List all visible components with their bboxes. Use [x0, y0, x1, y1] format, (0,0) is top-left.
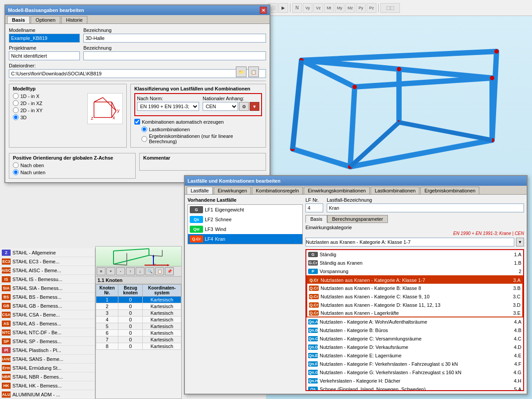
einwirk-list-row[interactable]: QsSchnee (Finnland, Island, Norwegen, Sc… — [306, 385, 523, 391]
lf-list-row[interactable]: QwLF3Wind — [188, 224, 302, 234]
nt-btn-8[interactable]: 📌 — [165, 267, 174, 275]
tab-lastkombinationen[interactable]: Lastkombinationen — [371, 187, 419, 194]
tab-einwirkungskombinationen[interactable]: Einwirkungskombinationen — [304, 187, 370, 194]
einwirk-list-row[interactable]: PVorspannung2 — [306, 267, 523, 275]
bezeichnung2-input[interactable] — [83, 51, 266, 60]
tab-optionen[interactable]: Optionen — [31, 16, 60, 23]
sidebar-list-item[interactable]: SANSSTAHL SANS - Beme... — [0, 355, 95, 364]
einwirk-list-row[interactable]: Qn.ENutzlasten - Kategorie E: Lagerräume… — [306, 351, 523, 360]
einwirk-list-row[interactable]: Q.CrNutzlasten aus Kranen - Lagerkräfte3… — [306, 309, 523, 317]
lf-nr-input[interactable] — [305, 203, 323, 212]
toolbar-icon-vz[interactable]: Vz — [313, 3, 323, 13]
lf-list-row[interactable]: GLF1Eigengewicht — [188, 205, 302, 215]
sidebar-list-item[interactable]: ALUALUMINIUM ADM - ... — [0, 390, 95, 399]
tab-kombinationsregeln[interactable]: Kombinationsregeln — [252, 187, 303, 194]
nt-btn-5[interactable]: ↓ — [136, 267, 145, 275]
norm-filter-btn[interactable]: ▼ — [250, 102, 259, 111]
einwirk-list-row[interactable]: Qn.BNutzlasten - Kategorie B: Büros4.B — [306, 326, 523, 334]
toolbar-icon-my[interactable]: My — [335, 3, 344, 13]
sidebar-list-item[interactable]: ISSTAHL IS - Bemessu... — [0, 275, 95, 284]
sidebar-list-item[interactable]: AISCSTAHL AISC - Beme... — [0, 266, 95, 275]
sidebar-list-item[interactable]: ErmSTAHL Ermüdung St... — [0, 364, 95, 372]
radio-nach-oben[interactable] — [13, 162, 19, 168]
sidebar-list-item[interactable]: HKSTAHL HK - Bemess... — [0, 381, 95, 390]
lf-bez-input[interactable] — [327, 203, 524, 212]
radio-1d-x[interactable] — [13, 93, 19, 99]
einwirk-list-row[interactable]: Qn.ANutzlasten - Kategorie A: Wohn/Aufen… — [306, 317, 523, 326]
table-row[interactable]: 60Kartesisch — [96, 330, 181, 336]
toolbar-icon-2[interactable]: ▶ — [278, 3, 288, 13]
main-dialog-close[interactable]: ✕ — [260, 7, 267, 14]
tab-lastfaelle[interactable]: Lastfälle — [187, 187, 213, 194]
sidebar-list-item[interactable]: SPSTAHL SP - Bemess... — [0, 337, 95, 346]
einwirk-list-row[interactable]: GStändig1.A — [306, 250, 523, 258]
einwirk-list-row[interactable]: Q.CrNutzlasten aus Kranen - Kategorie D:… — [306, 301, 523, 309]
tab-einwirkungen[interactable]: Einwirkungen — [214, 187, 251, 194]
nt-btn-2[interactable]: + — [106, 267, 115, 275]
einwirk-list-row[interactable]: Qn.GNutzlasten - Kategorie G: Verkehrsla… — [306, 368, 523, 376]
modellname-input[interactable] — [9, 34, 80, 43]
toolbar-icon-vy[interactable]: Vy — [303, 3, 313, 13]
nt-btn-7[interactable]: 📋 — [155, 267, 164, 275]
tab-ergebniskombinationen[interactable]: Ergebniskombinationen — [420, 187, 479, 194]
folder-btn-1[interactable]: 📁 — [236, 66, 246, 77]
tab-berechnungsparameter[interactable]: Berechnungsparameter — [327, 215, 388, 223]
projektname-input[interactable] — [9, 51, 80, 60]
table-row[interactable]: 50Kartesisch — [96, 323, 181, 330]
sidebar-list-item[interactable]: NTCSTAHL NTC-DF - Be... — [0, 328, 95, 337]
table-row[interactable]: 30Kartesisch — [96, 310, 181, 317]
lf-list-row[interactable]: Q.CrLF4Kran — [188, 234, 302, 244]
nt-btn-4[interactable]: ↑ — [126, 267, 135, 275]
einwirk-list-row[interactable]: G.CrStändig aus Kranen1.B — [306, 258, 523, 267]
einwirk-list-row[interactable]: Qn.DNutzlasten - Kategorie D: Verkaufsrä… — [306, 343, 523, 351]
nt-btn-6[interactable]: 🔍 — [145, 267, 154, 275]
table-row[interactable]: 70Kartesisch — [96, 336, 181, 343]
norm-settings-btn[interactable]: ⚙ — [239, 102, 249, 111]
kombinationen-checkbox[interactable] — [134, 119, 140, 125]
tab-historie[interactable]: Historie — [61, 16, 87, 23]
nach-norm-select[interactable]: EN 1990 + EN 1991-3; — [137, 102, 199, 111]
radio-ergebniskomb[interactable] — [141, 136, 147, 142]
nat-anhang-select[interactable]: CEN — [203, 102, 238, 111]
toolbar-icon-mz[interactable]: Mz — [345, 3, 355, 13]
sidebar-list-item[interactable]: ZSTAHL - Allgemeine — [0, 248, 95, 257]
sidebar-list-item[interactable]: PlSTAHL Plastisch - Pl... — [0, 346, 95, 355]
radio-3d[interactable] — [13, 114, 19, 120]
table-row[interactable]: 20Kartesisch — [96, 303, 181, 310]
radio-2d-xz[interactable] — [13, 100, 19, 106]
radio-lastkomb[interactable] — [141, 126, 147, 132]
lf-list-row[interactable]: QsLF2Schnee — [188, 215, 302, 224]
toolbar-icon-py[interactable]: Py — [356, 3, 366, 13]
sidebar-list-item[interactable]: BSSTAHL BS - Bemess... — [0, 293, 95, 301]
bezeichnung-input[interactable] — [83, 34, 266, 43]
table-row[interactable]: 40Kartesisch — [96, 317, 181, 323]
einwirk-list-row[interactable]: Qn.CNutzlasten - Kategorie C: Versammlun… — [306, 334, 523, 343]
sidebar-list-item[interactable]: EC3STAHL EC3 - Beme... — [0, 257, 95, 266]
einwirk-list-row[interactable]: Qn.FNutzlasten - Kategorie F: Verkehrsla… — [306, 360, 523, 368]
nt-btn-1[interactable]: ≡ — [97, 267, 106, 275]
einwirk-list-row[interactable]: Qn.HVerkehrslasten - Kategorie H: Dächer… — [306, 376, 523, 385]
toolbar-icon-3[interactable]: N — [292, 3, 302, 13]
toolbar-icon-extra[interactable]: ⬚⬚ — [380, 3, 400, 13]
folder-btn-2[interactable]: 📋 — [248, 66, 259, 77]
sidebar-list-item[interactable]: SIASTAHL SIA - Bemess... — [0, 284, 95, 293]
tab-basis[interactable]: Basis — [7, 16, 30, 23]
sidebar-list-item[interactable]: ASSTAHL AS - Bemess... — [0, 319, 95, 328]
table-row[interactable]: 10Kartesisch — [96, 297, 181, 303]
sidebar-list-item[interactable]: NBRSTAHL NBR - Bemes... — [0, 372, 95, 381]
toolbar-icon-pz[interactable]: Pz — [367, 3, 376, 13]
sidebar-list-item[interactable]: GBSTAHL GB - Bemess... — [0, 301, 95, 310]
toolbar-icon-mt[interactable]: Mt — [324, 3, 334, 13]
table-row[interactable]: 80Kartesisch — [96, 343, 181, 350]
einwirk-list-row[interactable]: Q.CrNutzlasten aus Kranen - Kategorie A:… — [306, 275, 523, 284]
nt-btn-3[interactable]: - — [116, 267, 125, 275]
einwirk-select[interactable] — [305, 238, 514, 246]
tab-basis-2[interactable]: Basis — [305, 215, 327, 223]
dateiordner-input[interactable] — [9, 69, 266, 78]
einwirk-list-row[interactable]: Q.CrNutzlasten aus Kranen - Kategorie C:… — [306, 292, 523, 301]
einwirk-dropdown-btn[interactable]: ▼ — [516, 238, 524, 246]
einwirk-list-row[interactable]: Q.CrNutzlasten aus Kranen - Kategorie B:… — [306, 284, 523, 292]
sidebar-list-item[interactable]: CSASTAHL CSA - Beme... — [0, 310, 95, 319]
radio-2d-xy[interactable] — [13, 107, 19, 113]
radio-nach-unten[interactable] — [13, 169, 19, 175]
